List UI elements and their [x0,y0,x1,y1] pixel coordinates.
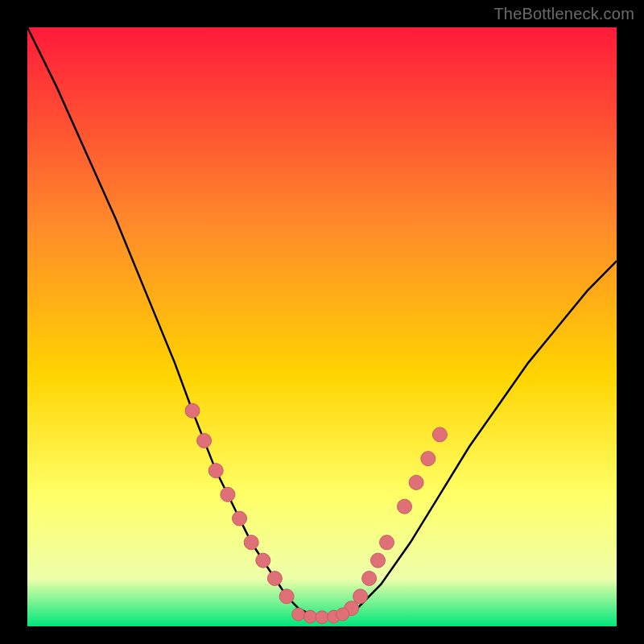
data-dot [336,608,349,621]
data-dot [409,475,423,489]
data-dot [279,589,294,604]
data-dot [398,499,412,514]
data-dot [185,403,200,418]
data-dot [362,572,377,586]
data-dot [303,610,316,623]
plot-background [27,27,617,626]
watermark-text: TheBottleneck.com [493,5,634,23]
data-dot [380,535,394,550]
data-dot [256,553,270,568]
data-dot [244,535,258,550]
bottleneck-chart [0,0,644,644]
data-dot [421,452,436,466]
data-dot [221,487,235,502]
data-dot [267,572,282,586]
data-dot [316,611,328,624]
chart-container: TheBottleneck.com [0,0,644,644]
data-dot [353,589,368,604]
data-dot [197,433,212,448]
data-dot [208,464,223,478]
data-dot [233,511,247,526]
data-dot [432,427,447,442]
data-dot [292,608,305,621]
data-dot [371,553,386,568]
